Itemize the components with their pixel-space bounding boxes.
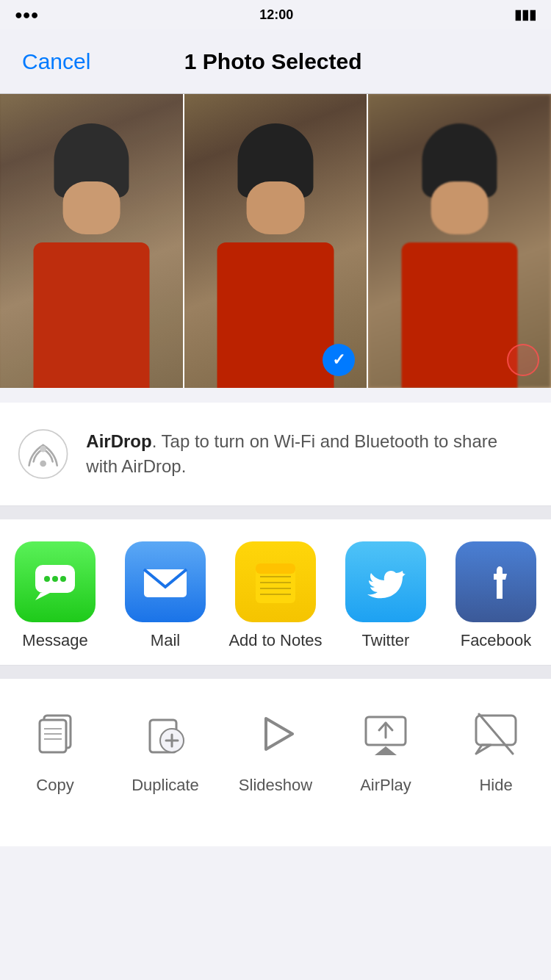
svg-rect-14 [256,563,295,574]
svg-marker-4 [35,593,50,600]
photo-cell-1[interactable] [0,94,184,388]
photo-cell-2[interactable] [184,94,369,388]
svg-marker-26 [375,746,397,755]
photo-cell-3[interactable] [368,94,551,388]
svg-point-7 [60,576,66,582]
duplicate-icon-wrapper [132,701,198,767]
svg-marker-24 [266,718,292,749]
action-copy[interactable]: Copy [0,693,110,802]
facebook-label: Facebook [461,631,532,650]
copy-label: Copy [36,776,73,795]
notes-label: Add to Notes [228,631,322,650]
duplicate-svg [140,708,191,760]
svg-marker-29 [476,745,491,754]
airplay-svg [360,708,411,760]
action-slideshow[interactable]: Slideshow [220,693,331,802]
airdrop-description: AirDrop. Tap to turn on Wi-Fi and Blueto… [86,429,533,478]
share-apps-row: Message Mail Add to Notes [0,519,551,666]
hide-icon-wrapper [463,701,529,767]
facebook-svg [470,556,522,608]
airdrop-icon [18,425,68,483]
share-app-notes[interactable]: Add to Notes [220,541,331,650]
actions-row: Copy Duplicate Slideshow [0,679,551,817]
action-airplay[interactable]: AirPlay [331,693,441,802]
svg-point-0 [19,430,68,478]
cancel-button[interactable]: Cancel [22,49,90,74]
share-app-mail[interactable]: Mail [110,541,220,650]
slideshow-svg [250,708,301,760]
airplay-label: AirPlay [360,776,411,795]
twitter-label: Twitter [362,631,410,650]
slideshow-label: Slideshow [239,776,312,795]
twitter-icon [345,541,426,622]
action-duplicate[interactable]: Duplicate [110,693,220,802]
divider-1 [0,506,551,519]
airdrop-name: AirDrop [86,431,151,451]
mail-svg [140,556,191,608]
message-label: Message [22,631,87,650]
svg-point-6 [52,576,58,582]
status-right: ▮▮▮ [514,7,536,23]
share-app-twitter[interactable]: Twitter [331,541,441,650]
status-left: ●●● [15,7,39,23]
photo-unselected-badge[interactable] [507,344,539,376]
copy-svg [29,708,81,760]
divider-2 [0,666,551,679]
hide-label: Hide [479,776,512,795]
svg-point-5 [44,576,50,582]
svg-point-2 [40,446,46,453]
facebook-icon [455,541,536,622]
slideshow-icon-wrapper [242,701,309,767]
gap1 [0,388,551,403]
status-bar: ●●● 12:00 ▮▮▮ [0,0,551,29]
airplay-icon-wrapper [353,701,419,767]
photos-grid [0,94,551,388]
svg-rect-16 [40,720,66,752]
svg-point-1 [40,461,46,467]
message-svg [29,556,81,608]
message-icon [15,541,96,622]
hide-svg [470,708,522,760]
signal-icon: ●●● [15,7,39,23]
status-time: 12:00 [259,7,293,23]
nav-bar: Cancel 1 Photo Selected [0,29,551,94]
share-app-message[interactable]: Message [0,541,110,650]
nav-title: 1 Photo Selected [184,49,362,74]
svg-rect-28 [476,716,516,745]
share-app-facebook[interactable]: Facebook [441,541,551,650]
mail-label: Mail [151,631,180,650]
airdrop-section: AirDrop. Tap to turn on Wi-Fi and Blueto… [0,403,551,506]
copy-icon-wrapper [22,701,88,767]
mail-icon [125,541,206,622]
notes-icon [235,541,316,622]
duplicate-label: Duplicate [132,776,199,795]
battery-icon: ▮▮▮ [514,7,536,23]
notes-svg [250,556,301,608]
bottom-padding [0,817,551,846]
action-hide[interactable]: Hide [441,693,551,802]
twitter-svg [360,556,411,608]
